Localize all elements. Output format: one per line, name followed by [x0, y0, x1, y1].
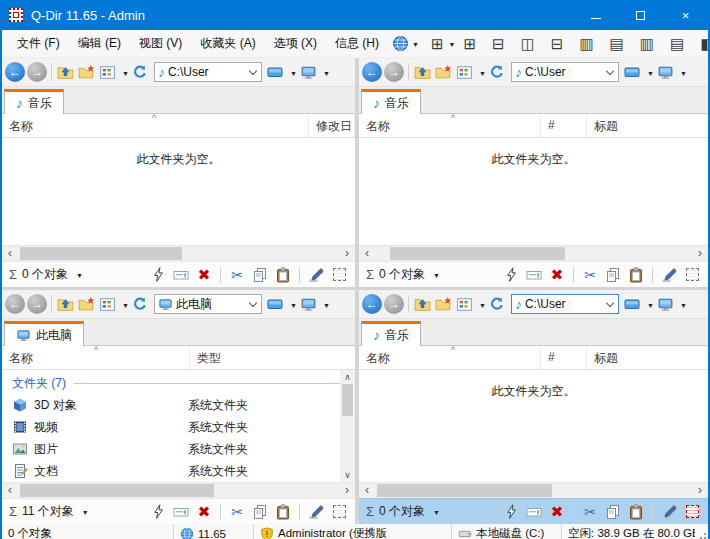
- folder-up-button[interactable]: [56, 295, 75, 314]
- edit-button[interactable]: [660, 266, 678, 284]
- view-mode-button[interactable]: [98, 63, 117, 82]
- layout-button-6[interactable]: ▤: [602, 31, 632, 57]
- cut-button[interactable]: ✂: [581, 503, 599, 521]
- scroll-left-icon[interactable]: ‹: [359, 483, 375, 498]
- view-mode-button[interactable]: [98, 295, 117, 314]
- active-pane-indicator[interactable]: [683, 503, 701, 521]
- horizontal-scrollbar[interactable]: ‹ ›: [2, 245, 355, 261]
- quick-actions-button[interactable]: [149, 503, 167, 521]
- copy-button[interactable]: [604, 503, 622, 521]
- paste-button[interactable]: [274, 266, 292, 284]
- address-combobox[interactable]: ♪ C:\User: [511, 294, 619, 314]
- copy-button[interactable]: [251, 503, 269, 521]
- column-title[interactable]: 标题: [587, 346, 708, 369]
- list-item-3d-objects[interactable]: 3D 对象 系统文件夹: [2, 394, 355, 416]
- column-number[interactable]: #: [541, 114, 587, 137]
- menu-view[interactable]: 视图 (V): [130, 31, 191, 56]
- dropdown-arrow-icon[interactable]: ▼: [433, 509, 440, 516]
- column-modified[interactable]: 修改日: [309, 114, 355, 137]
- column-name[interactable]: 名称: [359, 114, 541, 137]
- tab-music[interactable]: ♪ 音乐: [4, 89, 64, 114]
- cut-button[interactable]: ✂: [228, 266, 246, 284]
- dropdown-arrow-icon[interactable]: ▼: [290, 70, 297, 77]
- forward-button[interactable]: →: [27, 294, 47, 314]
- scroll-right-icon[interactable]: ›: [692, 483, 708, 498]
- scrollbar-thumb[interactable]: [20, 484, 214, 497]
- panel-preview-button[interactable]: [623, 63, 642, 82]
- dropdown-arrow-icon[interactable]: ▼: [479, 302, 486, 309]
- new-folder-button[interactable]: [77, 295, 96, 314]
- select-pane-button[interactable]: [683, 266, 701, 284]
- scrollbar-thumb[interactable]: [390, 247, 565, 260]
- menu-options[interactable]: 选项 (X): [265, 31, 326, 56]
- statusbar-user[interactable]: Administrator (便携版: [254, 524, 452, 539]
- scroll-right-icon[interactable]: ›: [339, 246, 355, 261]
- scroll-up-icon[interactable]: ∧: [344, 370, 351, 384]
- vertical-scrollbar[interactable]: ∧ ∨: [340, 370, 355, 482]
- scrollbar-thumb[interactable]: [20, 247, 182, 260]
- menu-info[interactable]: 信息 (H): [326, 31, 388, 56]
- dropdown-arrow-icon[interactable]: ▼: [680, 302, 687, 309]
- column-name[interactable]: 名称: [359, 346, 541, 369]
- quick-actions-button[interactable]: [149, 266, 167, 284]
- desktop-view-button[interactable]: [656, 63, 675, 82]
- maximize-button[interactable]: [618, 0, 663, 30]
- menu-edit[interactable]: 编辑 (E): [69, 31, 130, 56]
- scroll-left-icon[interactable]: ‹: [359, 246, 375, 261]
- scroll-down-icon[interactable]: ∨: [344, 468, 351, 482]
- new-folder-button[interactable]: [434, 295, 453, 314]
- scroll-left-icon[interactable]: ‹: [2, 246, 18, 261]
- layout-button-8[interactable]: ▤: [662, 31, 692, 57]
- dropdown-arrow-icon[interactable]: ▼: [323, 70, 330, 77]
- tab-music[interactable]: ♪ 音乐: [361, 89, 421, 114]
- layout-button-7[interactable]: ▥: [632, 31, 662, 57]
- dropdown-arrow-icon[interactable]: ▼: [323, 302, 330, 309]
- paste-button[interactable]: [274, 503, 292, 521]
- delete-button[interactable]: ✖: [548, 503, 566, 521]
- tab-music[interactable]: ♪ 音乐: [361, 321, 421, 346]
- panel-preview-button[interactable]: [623, 295, 642, 314]
- dropdown-arrow-icon[interactable]: ▼: [76, 272, 83, 279]
- list-item-videos[interactable]: 视频 系统文件夹: [2, 416, 355, 438]
- dropdown-arrow-icon[interactable]: ▼: [290, 302, 297, 309]
- horizontal-scrollbar[interactable]: ‹ ›: [359, 482, 708, 498]
- select-pane-button[interactable]: [330, 503, 348, 521]
- address-combobox[interactable]: ♪ C:\User: [154, 62, 262, 82]
- menu-favorites[interactable]: 收藏夹 (A): [191, 31, 264, 56]
- new-folder-button[interactable]: [77, 63, 96, 82]
- delete-button[interactable]: ✖: [195, 266, 213, 284]
- pane-layout-selector[interactable]: ⊞ ▼: [429, 31, 456, 57]
- quick-actions-button[interactable]: [502, 266, 520, 284]
- desktop-view-button[interactable]: [299, 295, 318, 314]
- copy-button[interactable]: [251, 266, 269, 284]
- edit-button[interactable]: [660, 503, 678, 521]
- list-item-pictures[interactable]: 图片 系统文件夹: [2, 438, 355, 460]
- rename-button[interactable]: [172, 266, 190, 284]
- copy-button[interactable]: [604, 266, 622, 284]
- layout-button-3[interactable]: ◫: [513, 31, 543, 57]
- refresh-button[interactable]: [131, 295, 150, 314]
- scrollbar-thumb[interactable]: [342, 384, 353, 416]
- list-item-documents[interactable]: 文档 系统文件夹: [2, 460, 355, 482]
- tab-this-pc[interactable]: 此电脑: [4, 321, 84, 346]
- horizontal-scrollbar[interactable]: ‹ ›: [2, 482, 355, 498]
- dropdown-arrow-icon[interactable]: ▼: [433, 272, 440, 279]
- layout-button-5[interactable]: ▥: [571, 31, 601, 57]
- scroll-left-icon[interactable]: ‹: [2, 483, 18, 498]
- desktop-view-button[interactable]: [299, 63, 318, 82]
- desktop-view-button[interactable]: [656, 295, 675, 314]
- group-header-folders[interactable]: 文件夹 (7): [2, 370, 355, 394]
- refresh-button[interactable]: [488, 63, 507, 82]
- back-button[interactable]: ←: [5, 62, 25, 82]
- cut-button[interactable]: ✂: [581, 266, 599, 284]
- paste-button[interactable]: [627, 266, 645, 284]
- layout-button-4[interactable]: ⊟: [543, 31, 572, 57]
- rename-button[interactable]: [525, 266, 543, 284]
- forward-button[interactable]: →: [384, 294, 404, 314]
- forward-button[interactable]: →: [27, 62, 47, 82]
- dropdown-arrow-icon[interactable]: ▼: [82, 509, 89, 516]
- view-mode-button[interactable]: [455, 63, 474, 82]
- refresh-button[interactable]: [131, 63, 150, 82]
- refresh-button[interactable]: [488, 295, 507, 314]
- rename-button[interactable]: [172, 503, 190, 521]
